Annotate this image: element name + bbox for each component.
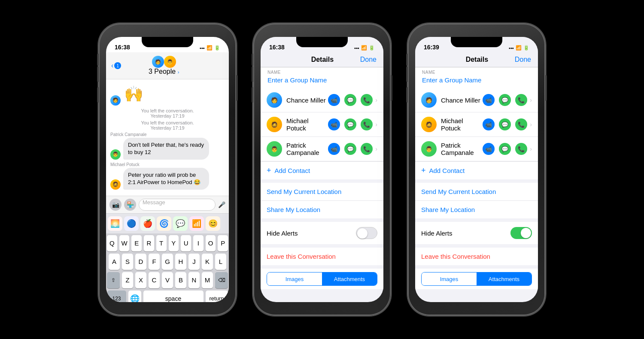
key-d[interactable]: D bbox=[135, 254, 146, 270]
key-v[interactable]: V bbox=[162, 272, 173, 288]
phone-icon-chance-2[interactable]: 📞 bbox=[361, 94, 373, 106]
key-m[interactable]: M bbox=[202, 272, 213, 288]
power-2[interactable] bbox=[391, 75, 392, 101]
message-icon-chance-2[interactable]: 💬 bbox=[344, 94, 356, 106]
mic-icon[interactable]: 🎤 bbox=[218, 201, 225, 208]
photos-app-icon[interactable]: 🌅 bbox=[108, 216, 122, 231]
back-button[interactable]: ‹ 1 bbox=[111, 62, 121, 70]
video-icon-chance-2[interactable]: 📹 bbox=[328, 94, 340, 106]
contact-row-michael-3[interactable]: 🧔 Michael Potuck 📹 💬 📞 › bbox=[415, 112, 538, 137]
add-contact-row-3[interactable]: + Add Contact bbox=[415, 161, 538, 179]
video-icon-patrick-2[interactable]: 📹 bbox=[328, 143, 340, 155]
group-name-input-2[interactable]: Enter a Group Name bbox=[267, 76, 377, 84]
volume-up-button[interactable] bbox=[97, 67, 99, 82]
key-t[interactable]: T bbox=[156, 235, 167, 251]
key-q[interactable]: Q bbox=[107, 235, 117, 251]
contact-row-patrick-3[interactable]: 👨 Patrick Campanale 📹 💬 📞 › bbox=[415, 137, 538, 161]
share-location-row-2[interactable]: Share My Location bbox=[261, 201, 383, 218]
key-x[interactable]: X bbox=[135, 272, 146, 288]
key-r[interactable]: R bbox=[144, 235, 154, 251]
segment-images-3[interactable]: Images bbox=[422, 272, 477, 285]
phone-icon-michael-3[interactable]: 📞 bbox=[515, 118, 527, 130]
messages-body[interactable]: 🧑 🙌 You left the conversation. Yesterday… bbox=[106, 79, 229, 196]
tmobile-icon[interactable]: 📶 bbox=[189, 216, 204, 231]
phone-icon-chance-3[interactable]: 📞 bbox=[515, 94, 527, 106]
add-contact-row-2[interactable]: + Add Contact bbox=[261, 161, 383, 179]
memoji-icon[interactable]: 😊 bbox=[206, 216, 220, 231]
segment-control-3[interactable]: Images Attachments bbox=[421, 272, 532, 286]
key-f[interactable]: F bbox=[149, 254, 160, 270]
segment-control-2[interactable]: Images Attachments bbox=[267, 272, 377, 286]
message-icon-michael-3[interactable]: 💬 bbox=[499, 118, 511, 130]
numbers-key[interactable]: 123 bbox=[107, 291, 126, 302]
shift-key[interactable]: ⇧ bbox=[107, 272, 120, 288]
group-name-input-3[interactable]: Enter a Group Name bbox=[422, 76, 531, 84]
volume-down-2[interactable] bbox=[252, 87, 253, 103]
return-key[interactable]: return bbox=[206, 291, 228, 302]
hide-alerts-toggle-2[interactable] bbox=[356, 227, 377, 239]
silent-switch[interactable] bbox=[97, 54, 99, 66]
key-h[interactable]: H bbox=[175, 254, 186, 270]
message-icon-michael-2[interactable]: 💬 bbox=[344, 118, 356, 130]
key-y[interactable]: Y bbox=[169, 235, 179, 251]
phone-icon-patrick-2[interactable]: 📞 bbox=[361, 143, 373, 155]
key-s[interactable]: S bbox=[122, 254, 133, 270]
key-p[interactable]: P bbox=[218, 235, 228, 251]
phone-icon-michael-2[interactable]: 📞 bbox=[361, 118, 373, 130]
key-n[interactable]: N bbox=[188, 272, 200, 288]
contact-row-chance-3[interactable]: 🧑 Chance Miller 📹 💬 📞 › bbox=[415, 88, 538, 112]
key-w[interactable]: W bbox=[119, 235, 130, 251]
silent-switch-3[interactable] bbox=[406, 54, 408, 66]
key-e[interactable]: E bbox=[131, 235, 142, 251]
silent-switch-2[interactable] bbox=[252, 54, 253, 66]
video-icon-michael-2[interactable]: 📹 bbox=[328, 118, 340, 130]
space-key[interactable]: space bbox=[143, 291, 204, 302]
emoji-key[interactable]: 🌐 bbox=[128, 291, 141, 302]
group-info[interactable]: 🧑 👨 3 People › bbox=[121, 56, 207, 76]
video-icon-patrick-3[interactable]: 📹 bbox=[483, 143, 495, 155]
send-location-row-2[interactable]: Send My Current Location bbox=[261, 183, 383, 201]
volume-up-2[interactable] bbox=[252, 67, 253, 82]
send-location-row-3[interactable]: Send My Current Location bbox=[415, 183, 538, 201]
message-input[interactable]: Message bbox=[139, 199, 216, 211]
segment-attachments-2[interactable]: Attachments bbox=[322, 272, 377, 285]
key-k[interactable]: K bbox=[202, 254, 213, 270]
key-o[interactable]: O bbox=[206, 235, 216, 251]
apps-icon[interactable]: 🏪 bbox=[124, 199, 136, 211]
message-icon-patrick-2[interactable]: 💬 bbox=[344, 143, 356, 155]
key-i[interactable]: I bbox=[193, 235, 204, 251]
applepay-icon[interactable]: 🍎 bbox=[140, 216, 155, 231]
contact-row-michael-2[interactable]: 🧔 Michael Potuck 📹 💬 📞 › bbox=[261, 112, 383, 137]
share-location-row-3[interactable]: Share My Location bbox=[415, 201, 538, 218]
key-c[interactable]: C bbox=[149, 272, 160, 288]
app-strip[interactable]: 🌅 🔵 🍎 🌀 💬 📶 😊 bbox=[106, 213, 229, 233]
volume-down-3[interactable] bbox=[406, 87, 408, 103]
segment-images-2[interactable]: Images bbox=[267, 272, 322, 285]
key-j[interactable]: J bbox=[188, 254, 200, 270]
done-button-3[interactable]: Done bbox=[515, 56, 531, 64]
segment-attachments-3[interactable]: Attachments bbox=[477, 272, 532, 285]
done-button-2[interactable]: Done bbox=[360, 56, 377, 64]
contact-row-patrick-2[interactable]: 👨 Patrick Campanale 📹 💬 📞 › bbox=[261, 137, 383, 161]
power-3[interactable] bbox=[545, 75, 547, 101]
key-l[interactable]: L bbox=[215, 254, 226, 270]
leave-text-2[interactable]: Leave this Conversation bbox=[267, 253, 336, 260]
video-icon-chance-3[interactable]: 📹 bbox=[483, 94, 495, 106]
keyboard[interactable]: Q W E R T Y U I O P A S D F G H J K L bbox=[106, 233, 229, 302]
contact-row-chance-2[interactable]: 🧑 Chance Miller 📹 💬 📞 › bbox=[261, 88, 383, 112]
messages-app-icon[interactable]: 💬 bbox=[173, 216, 188, 231]
key-g[interactable]: G bbox=[162, 254, 173, 270]
key-a[interactable]: A bbox=[109, 254, 120, 270]
phone-icon-patrick-3[interactable]: 📞 bbox=[515, 143, 527, 155]
delete-key[interactable]: ⌫ bbox=[215, 272, 228, 288]
key-b[interactable]: B bbox=[175, 272, 186, 288]
appstore-icon[interactable]: 🔵 bbox=[124, 216, 139, 231]
video-icon-michael-3[interactable]: 📹 bbox=[483, 118, 495, 130]
swirl-icon[interactable]: 🌀 bbox=[157, 216, 171, 231]
hide-alerts-toggle-3[interactable] bbox=[510, 227, 532, 239]
key-u[interactable]: U bbox=[181, 235, 191, 251]
message-icon-patrick-3[interactable]: 💬 bbox=[499, 143, 511, 155]
message-icon-chance-3[interactable]: 💬 bbox=[499, 94, 511, 106]
volume-up-3[interactable] bbox=[406, 67, 408, 82]
leave-text-3[interactable]: Leave this Conversation bbox=[421, 253, 490, 260]
